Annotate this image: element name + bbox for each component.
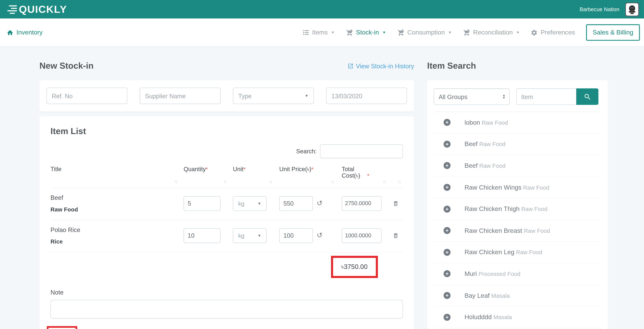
unit-select[interactable]: kg ▼	[233, 228, 266, 243]
unit-select[interactable]: kg ▼	[233, 196, 266, 211]
nav-consumption-label: Consumption	[407, 29, 445, 36]
price-history-icon[interactable]: ↺	[317, 232, 322, 239]
nav-inventory[interactable]: Inventory	[7, 19, 43, 47]
cart-icon	[463, 29, 470, 36]
sort-icon[interactable]: ↑↓	[269, 179, 272, 184]
supplier-name-input[interactable]	[140, 88, 220, 104]
column-header-quantity[interactable]: Quantity* ↑↓	[184, 166, 233, 184]
plus-circle-icon[interactable]: +	[444, 314, 450, 320]
search-icon	[583, 93, 591, 101]
save-annotation-box: Save	[47, 326, 77, 329]
chevron-down-icon: ▼	[258, 233, 261, 237]
type-select[interactable]: Type ▼	[233, 88, 314, 104]
total-cost-input[interactable]	[342, 228, 382, 243]
plus-circle-icon[interactable]: +	[444, 227, 450, 234]
column-header-unit-price[interactable]: Unit Price(৳)* ↑↓	[279, 166, 342, 184]
list-item[interactable]: + MuriProcessed Food	[434, 263, 601, 285]
total-cost-input[interactable]	[342, 196, 382, 211]
list-item[interactable]: + Raw Chicken WingsRaw Food	[434, 177, 601, 198]
list-item[interactable]: + Raw Chicken LegRaw Food	[434, 242, 601, 263]
plus-circle-icon[interactable]: +	[444, 292, 450, 299]
plus-circle-icon[interactable]: +	[444, 141, 450, 148]
unit-price-input[interactable]	[279, 228, 313, 243]
date-input[interactable]	[326, 88, 407, 104]
sort-icon[interactable]: ↑↓	[330, 179, 334, 184]
list-item[interactable]: + MorichMasala	[434, 328, 601, 329]
brand-logo[interactable]: QUICKLY	[8, 3, 67, 15]
column-header-title[interactable]: Title ↑↓	[50, 166, 184, 184]
unit-price-input[interactable]	[279, 196, 313, 211]
table-row: Polao Rice Rice kg ▼ ↺	[50, 220, 403, 252]
list-item[interactable]: + Raw Chicken BreastRaw Food	[434, 220, 601, 242]
brand-name: QUICKLY	[19, 3, 67, 15]
ref-no-input[interactable]	[46, 88, 127, 104]
gear-icon	[531, 29, 538, 36]
item-title-cell: Beef Raw Food	[50, 194, 184, 213]
nav-stock-in[interactable]: Stock-in ▼	[346, 29, 386, 36]
nav-reconciliation-label: Reconciliation	[473, 29, 513, 36]
plus-circle-icon[interactable]: +	[444, 270, 450, 277]
chevron-down-icon: ▼	[516, 31, 520, 35]
item-search-title: Item Search	[427, 61, 476, 71]
select-arrows-icon: ▴▾	[503, 94, 505, 99]
nav-items-label: Items	[312, 29, 328, 36]
speed-lines-icon	[8, 4, 17, 15]
plus-circle-icon[interactable]: +	[444, 249, 450, 256]
list-item[interactable]: + BeefRaw Food	[434, 133, 601, 155]
nav-preferences-label: Preferences	[541, 29, 575, 36]
list-item[interactable]: + Bay LeafMasala	[434, 285, 601, 307]
list-item[interactable]: + Raw Chicken ThighRaw Food	[434, 198, 601, 220]
sort-icon[interactable]: ↑↓	[174, 179, 177, 184]
nav-items[interactable]: Items ▼	[302, 29, 334, 36]
quantity-input[interactable]	[184, 196, 220, 211]
column-header-total-cost[interactable]: Total Cost(৳)* ↑↓	[342, 166, 388, 184]
trash-icon	[392, 200, 398, 207]
delete-row-button[interactable]	[392, 200, 398, 208]
column-header-unit[interactable]: Unit* ↑↓	[233, 166, 279, 184]
cart-icon	[346, 29, 353, 36]
plus-circle-icon[interactable]: +	[444, 119, 450, 126]
item-search-button[interactable]	[576, 88, 598, 105]
item-list-title: Item List	[50, 116, 403, 136]
plus-circle-icon[interactable]: +	[444, 205, 450, 212]
item-list-card: Item List Search: Title ↑↓ Quantity* ↑↓ …	[40, 116, 414, 329]
plus-circle-icon[interactable]: +	[444, 184, 450, 191]
item-title: Polao Rice	[50, 226, 184, 233]
type-select-value: Type	[238, 92, 252, 99]
group-filter-select[interactable]: All Groups ▴▾	[434, 88, 510, 105]
grand-total-value: ৳3750.00	[341, 263, 368, 270]
save-area: Save ☜	[50, 326, 403, 329]
chevron-down-icon: ▼	[331, 31, 334, 35]
table-search: Search:	[50, 144, 403, 158]
avatar[interactable]	[625, 2, 639, 16]
delete-row-button[interactable]	[392, 232, 398, 240]
price-history-icon[interactable]: ↺	[317, 200, 322, 207]
plus-circle-icon[interactable]: +	[444, 162, 450, 169]
table-search-input[interactable]	[320, 144, 403, 158]
account-name: Barbecue Nation	[580, 6, 620, 12]
nav-reconciliation[interactable]: Reconciliation ▼	[463, 29, 520, 36]
item-search-group	[516, 88, 598, 105]
nav-inventory-label: Inventory	[16, 29, 43, 36]
chevron-down-icon: ▼	[382, 31, 386, 35]
sales-billing-button[interactable]: Sales & Billing	[586, 24, 640, 41]
stock-in-form-card: Type ▼	[40, 80, 414, 111]
list-item[interactable]: + BeefRaw Food	[434, 155, 601, 177]
list-item[interactable]: + HoluddddMasala	[434, 306, 601, 328]
quantity-input[interactable]	[184, 228, 220, 243]
sort-icon[interactable]: ↑↓	[383, 179, 386, 184]
view-stock-in-history-link[interactable]: View Stock-in History	[266, 63, 414, 70]
nav-consumption[interactable]: Consumption ▼	[397, 29, 452, 36]
item-search-input[interactable]	[516, 88, 576, 105]
item-group: Rice	[50, 238, 184, 245]
home-icon	[7, 29, 14, 36]
note-textarea[interactable]	[50, 300, 403, 319]
list-item[interactable]: + lobonRaw Food	[434, 112, 601, 134]
item-search-controls: All Groups ▴▾	[434, 80, 601, 112]
chevron-down-icon: ▼	[258, 201, 261, 205]
nav-preferences[interactable]: Preferences	[531, 29, 575, 36]
header-right: Barbecue Nation	[580, 0, 639, 19]
column-header-actions[interactable]: ↑↓	[388, 166, 403, 184]
sort-icon[interactable]: ↑↓	[223, 179, 226, 184]
sort-icon[interactable]: ↑↓	[397, 179, 400, 184]
